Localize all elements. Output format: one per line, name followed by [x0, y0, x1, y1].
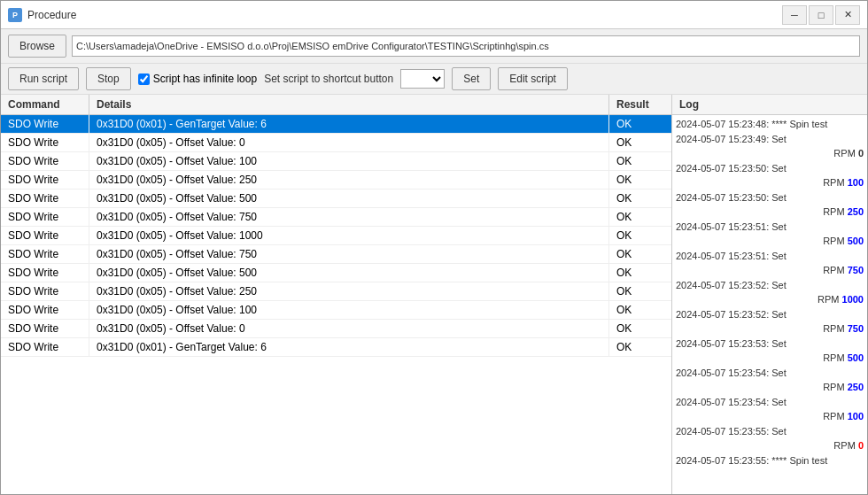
log-header: Log	[672, 95, 867, 115]
cell-details: 0x31D0 (0x05) - Offset Value: 250	[89, 171, 609, 189]
set-button[interactable]: Set	[452, 67, 491, 90]
window-icon: P	[8, 8, 22, 22]
column-header-command: Command	[1, 95, 89, 114]
main-window: P Procedure ─ □ ✕ Browse C:\Users\amadej…	[0, 0, 868, 495]
log-entry: 2024-05-07 15:23:53: SetRPM 500	[676, 336, 864, 366]
shortcut-label: Set script to shortcut button	[264, 73, 393, 85]
cell-result: OK	[609, 301, 671, 319]
table-row[interactable]: SDO Write 0x31D0 (0x05) - Offset Value: …	[1, 320, 671, 338]
log-entry: 2024-05-07 15:23:52: SetRPM 1000	[676, 278, 864, 307]
cell-result: OK	[609, 171, 671, 189]
cell-details: 0x31D0 (0x05) - Offset Value: 250	[89, 282, 609, 300]
table-body: SDO Write 0x31D0 (0x01) - GenTarget Valu…	[1, 115, 671, 494]
table-row[interactable]: SDO Write 0x31D0 (0x05) - Offset Value: …	[1, 134, 671, 152]
log-entry: 2024-05-07 15:23:54: SetRPM 100	[676, 395, 864, 424]
log-entry: 2024-05-07 15:23:50: SetRPM 250	[676, 190, 864, 220]
run-script-button[interactable]: Run script	[8, 67, 79, 90]
cell-command: SDO Write	[1, 115, 89, 133]
cell-command: SDO Write	[1, 320, 89, 337]
cell-details: 0x31D0 (0x05) - Offset Value: 750	[89, 208, 609, 226]
cell-details: 0x31D0 (0x05) - Offset Value: 0	[89, 134, 609, 151]
table-row[interactable]: SDO Write 0x31D0 (0x01) - GenTarget Valu…	[1, 338, 671, 357]
cell-details: 0x31D0 (0x05) - Offset Value: 500	[89, 189, 609, 207]
cell-result: OK	[609, 208, 671, 226]
cell-result: OK	[609, 264, 671, 282]
table-row[interactable]: SDO Write 0x31D0 (0x01) - GenTarget Valu…	[1, 115, 671, 134]
table-row[interactable]: SDO Write 0x31D0 (0x05) - Offset Value: …	[1, 301, 671, 320]
log-entry: 2024-05-07 15:23:51: SetRPM 500	[676, 220, 864, 249]
table-row[interactable]: SDO Write 0x31D0 (0x05) - Offset Value: …	[1, 264, 671, 282]
log-entry: 2024-05-07 15:23:55: **** Spin test	[676, 453, 864, 468]
cell-details: 0x31D0 (0x01) - GenTarget Value: 6	[89, 338, 609, 356]
cell-command: SDO Write	[1, 152, 89, 170]
cell-command: SDO Write	[1, 208, 89, 226]
cell-result: OK	[609, 115, 671, 133]
column-header-details: Details	[89, 95, 609, 114]
cell-details: 0x31D0 (0x05) - Offset Value: 100	[89, 152, 609, 170]
browse-toolbar: Browse C:\Users\amadeja\OneDrive - EMSIS…	[1, 29, 867, 64]
infinite-loop-label: Script has infinite loop	[153, 73, 257, 85]
cell-details: 0x31D0 (0x05) - Offset Value: 750	[89, 245, 609, 263]
table-row[interactable]: SDO Write 0x31D0 (0x05) - Offset Value: …	[1, 282, 671, 301]
log-entry: 2024-05-07 15:23:50: SetRPM 100	[676, 161, 864, 190]
table-row[interactable]: SDO Write 0x31D0 (0x05) - Offset Value: …	[1, 171, 671, 189]
cell-result: OK	[609, 189, 671, 207]
log-section: Log 2024-05-07 15:23:48: **** Spin test2…	[672, 95, 867, 494]
log-entry: 2024-05-07 15:23:55: SetRPM 0	[676, 424, 864, 453]
cell-result: OK	[609, 282, 671, 300]
cell-result: OK	[609, 245, 671, 263]
cell-command: SDO Write	[1, 301, 89, 319]
window-title: Procedure	[27, 9, 782, 21]
cell-details: 0x31D0 (0x05) - Offset Value: 1000	[89, 227, 609, 244]
infinite-loop-checkbox[interactable]	[138, 73, 150, 85]
table-section: Command Details Result SDO Write 0x31D0 …	[1, 95, 672, 494]
cell-result: OK	[609, 134, 671, 151]
log-entry: 2024-05-07 15:23:48: **** Spin test	[676, 117, 864, 132]
cell-command: SDO Write	[1, 171, 89, 189]
main-content: Command Details Result SDO Write 0x31D0 …	[1, 95, 867, 494]
edit-script-button[interactable]: Edit script	[498, 67, 568, 90]
stop-button[interactable]: Stop	[86, 67, 131, 90]
cell-details: 0x31D0 (0x05) - Offset Value: 0	[89, 320, 609, 337]
file-path: C:\Users\amadeja\OneDrive - EMSISO d.o.o…	[72, 35, 860, 57]
cell-result: OK	[609, 320, 671, 337]
cell-command: SDO Write	[1, 264, 89, 282]
log-entry: 2024-05-07 15:23:52: SetRPM 750	[676, 307, 864, 336]
cell-command: SDO Write	[1, 245, 89, 263]
cell-command: SDO Write	[1, 189, 89, 207]
cell-details: 0x31D0 (0x01) - GenTarget Value: 6	[89, 115, 609, 133]
cell-command: SDO Write	[1, 338, 89, 356]
cell-command: SDO Write	[1, 134, 89, 151]
shortcut-select[interactable]	[400, 69, 445, 89]
close-button[interactable]: ✕	[835, 5, 860, 25]
log-entry: 2024-05-07 15:23:51: SetRPM 750	[676, 249, 864, 278]
title-bar-controls: ─ □ ✕	[782, 5, 860, 25]
table-row[interactable]: SDO Write 0x31D0 (0x05) - Offset Value: …	[1, 152, 671, 171]
title-bar: P Procedure ─ □ ✕	[1, 1, 867, 29]
minimize-button[interactable]: ─	[782, 5, 807, 25]
table-header: Command Details Result	[1, 95, 671, 115]
log-entry: 2024-05-07 15:23:54: SetRPM 250	[676, 366, 864, 395]
infinite-loop-checkbox-label[interactable]: Script has infinite loop	[138, 73, 257, 85]
table-row[interactable]: SDO Write 0x31D0 (0x05) - Offset Value: …	[1, 189, 671, 208]
log-entry: 2024-05-07 15:23:49: SetRPM 0	[676, 132, 864, 161]
table-row[interactable]: SDO Write 0x31D0 (0x05) - Offset Value: …	[1, 227, 671, 245]
cell-details: 0x31D0 (0x05) - Offset Value: 500	[89, 264, 609, 282]
cell-result: OK	[609, 338, 671, 356]
log-body: 2024-05-07 15:23:48: **** Spin test2024-…	[672, 115, 867, 494]
table-row[interactable]: SDO Write 0x31D0 (0x05) - Offset Value: …	[1, 208, 671, 227]
cell-command: SDO Write	[1, 227, 89, 244]
table-row[interactable]: SDO Write 0x31D0 (0x05) - Offset Value: …	[1, 245, 671, 264]
cell-command: SDO Write	[1, 282, 89, 300]
browse-button[interactable]: Browse	[8, 35, 66, 58]
cell-result: OK	[609, 152, 671, 170]
cell-details: 0x31D0 (0x05) - Offset Value: 100	[89, 301, 609, 319]
maximize-button[interactable]: □	[809, 5, 833, 25]
cell-result: OK	[609, 227, 671, 244]
script-toolbar: Run script Stop Script has infinite loop…	[1, 64, 867, 95]
column-header-result: Result	[609, 95, 671, 114]
